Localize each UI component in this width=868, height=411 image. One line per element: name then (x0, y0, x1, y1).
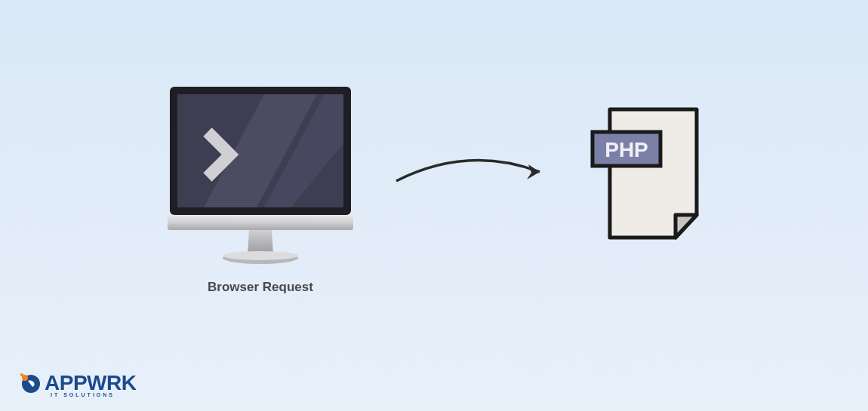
php-badge-text: PHP (605, 138, 648, 161)
arrow-icon (392, 151, 551, 196)
svg-rect-4 (168, 215, 353, 230)
browser-monitor-group: Browser Request (166, 83, 355, 295)
logo-mark-icon (19, 372, 42, 394)
browser-label: Browser Request (166, 280, 355, 295)
svg-marker-7 (527, 164, 540, 179)
svg-point-11 (20, 373, 23, 376)
php-file-icon: PHP (589, 106, 702, 241)
diagram-canvas: Browser Request PHP (166, 83, 709, 309)
company-logo: APPWRK IT SOLUTIONS (19, 371, 136, 397)
monitor-icon (166, 83, 355, 268)
php-file-group: PHP (589, 106, 702, 244)
request-arrow (392, 151, 551, 196)
svg-point-6 (223, 251, 298, 260)
